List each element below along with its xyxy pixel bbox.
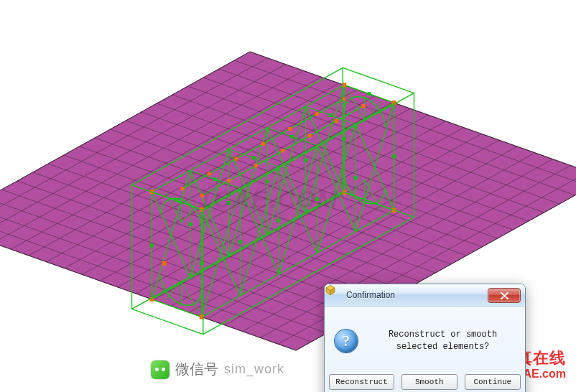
- svg-rect-125: [181, 187, 185, 190]
- viewport-3d[interactable]: 1CAE.COM 微信号 sim_work 仿真在线 www.1CAE.com …: [0, 0, 576, 392]
- dialog-message-line2: selected elements?: [371, 341, 515, 353]
- svg-rect-139: [188, 223, 192, 226]
- svg-rect-114: [361, 104, 365, 108]
- svg-rect-121: [234, 157, 238, 161]
- smooth-button[interactable]: Smooth: [401, 374, 457, 390]
- reconstruct-button[interactable]: Reconstruct: [329, 374, 394, 390]
- svg-rect-126: [200, 194, 204, 197]
- svg-rect-122: [254, 164, 258, 167]
- svg-rect-124: [227, 179, 231, 182]
- svg-rect-130: [304, 159, 307, 162]
- svg-rect-116: [335, 119, 338, 123]
- dialog-close-button[interactable]: [488, 288, 521, 303]
- svg-rect-137: [277, 219, 280, 223]
- svg-rect-131: [354, 176, 358, 179]
- confirmation-dialog: Confirmation ? Reconstruct or smooth sel…: [324, 284, 526, 392]
- svg-rect-135: [290, 135, 294, 139]
- dialog-message-line1: Reconstruct or smooth: [371, 329, 515, 341]
- dialog-body: ? Reconstruct or smooth selected element…: [325, 307, 525, 370]
- svg-rect-134: [315, 197, 319, 201]
- svg-rect-128: [392, 154, 396, 158]
- svg-rect-115: [315, 112, 319, 116]
- dialog-titlebar[interactable]: Confirmation: [325, 284, 525, 307]
- svg-rect-119: [261, 142, 265, 146]
- svg-rect-138: [252, 157, 256, 160]
- dialog-title: Confirmation: [346, 290, 395, 300]
- svg-rect-120: [281, 149, 284, 152]
- svg-rect-141: [213, 177, 217, 181]
- dialog-message: Reconstruct or smooth selected elements?: [371, 329, 515, 354]
- svg-rect-136: [227, 201, 231, 205]
- svg-rect-142: [150, 244, 154, 248]
- svg-rect-145: [162, 261, 167, 266]
- svg-rect-132: [329, 113, 333, 117]
- question-icon: ?: [335, 330, 358, 353]
- dialog-app-icon: [330, 289, 342, 301]
- svg-rect-117: [288, 127, 292, 131]
- svg-rect-140: [238, 240, 242, 243]
- svg-rect-129: [367, 92, 371, 95]
- svg-rect-118: [308, 134, 312, 138]
- dialog-button-row: Reconstruct Smooth Continue: [325, 370, 525, 392]
- continue-button[interactable]: Continue: [465, 374, 521, 390]
- svg-rect-123: [208, 172, 211, 175]
- svg-rect-133: [266, 179, 269, 183]
